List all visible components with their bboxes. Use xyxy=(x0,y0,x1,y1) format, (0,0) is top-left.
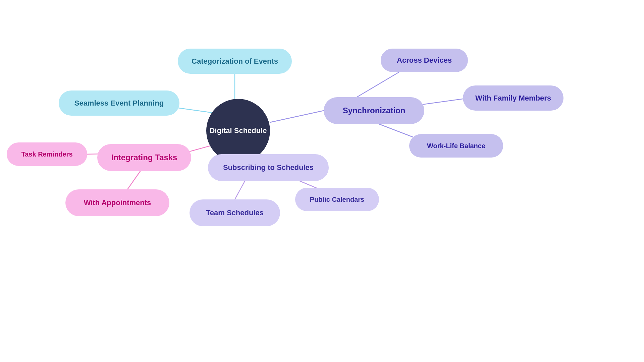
work-life-balance-label: Work-Life Balance xyxy=(427,142,485,150)
seamless-label: Seamless Event Planning xyxy=(74,99,164,108)
seamless-node: Seamless Event Planning xyxy=(59,90,179,116)
center-label: Digital Schedule xyxy=(209,126,267,135)
synchronization-label: Synchronization xyxy=(343,106,406,115)
family-members-node: With Family Members xyxy=(463,85,564,111)
appointments-label: With Appointments xyxy=(84,198,151,207)
team-schedules-node: Team Schedules xyxy=(190,199,280,226)
svg-line-9 xyxy=(354,72,399,99)
integrating-label: Integrating Tasks xyxy=(111,153,177,162)
categorization-label: Categorization of Events xyxy=(192,57,278,66)
svg-line-6 xyxy=(235,181,245,199)
appointments-node: With Appointments xyxy=(65,189,169,216)
categorization-node: Categorization of Events xyxy=(178,49,292,74)
svg-line-4 xyxy=(127,170,141,189)
subscribing-label: Subscribing to Schedules xyxy=(223,163,314,172)
across-devices-label: Across Devices xyxy=(397,56,452,65)
public-calendars-node: Public Calendars xyxy=(295,188,379,211)
family-members-label: With Family Members xyxy=(475,94,551,103)
integrating-node: Integrating Tasks xyxy=(97,144,191,171)
subscribing-node: Subscribing to Schedules xyxy=(208,154,329,181)
across-devices-node: Across Devices xyxy=(381,49,468,72)
team-schedules-label: Team Schedules xyxy=(206,208,264,217)
work-life-balance-node: Work-Life Balance xyxy=(409,134,503,158)
center-node: Digital Schedule xyxy=(206,99,270,163)
task-reminders-label: Task Reminders xyxy=(21,150,72,158)
task-reminders-node: Task Reminders xyxy=(7,142,87,166)
svg-line-8 xyxy=(270,111,324,122)
synchronization-node: Synchronization xyxy=(324,97,424,124)
public-calendars-label: Public Calendars xyxy=(310,196,364,203)
